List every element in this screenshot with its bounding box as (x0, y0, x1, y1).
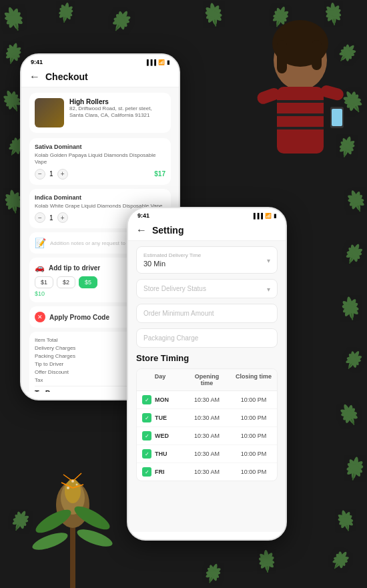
svg-rect-159 (10, 57, 13, 64)
product-item-1: Sativa Dominant Kolab Golden Papaya Liqu… (29, 138, 171, 185)
timing-day-tue: ✓ TUE (137, 409, 184, 426)
svg-point-112 (350, 457, 360, 480)
svg-point-121 (337, 513, 354, 527)
product-price-1: $17 (154, 170, 165, 178)
svg-point-145 (208, 564, 218, 581)
svg-point-158 (7, 47, 20, 59)
svg-point-6 (6, 15, 21, 21)
svg-rect-151 (209, 577, 212, 583)
timing-header-day: Day (137, 369, 184, 390)
svg-point-99 (348, 356, 360, 362)
delivery-status-field[interactable]: Store Delivery Status ▾ (136, 279, 278, 298)
timing-table: Day Opening time Closing time ✓ MON 10:3… (136, 368, 278, 481)
checkbox-tue[interactable]: ✓ (142, 413, 151, 422)
tip-btn-5[interactable]: $5 (79, 276, 97, 288)
settings-back-arrow[interactable]: ← (136, 224, 147, 236)
svg-rect-175 (11, 150, 15, 156)
svg-point-165 (5, 93, 20, 108)
svg-point-81 (350, 244, 359, 263)
person-image (237, 13, 364, 214)
svg-rect-111 (351, 418, 355, 425)
svg-point-123 (339, 515, 352, 526)
settings-signal-icon: ▐▐▐ (252, 213, 263, 219)
svg-rect-183 (14, 206, 17, 214)
settings-time: 9:41 (137, 212, 149, 219)
svg-point-166 (5, 97, 19, 104)
qty-increase-2[interactable]: + (57, 212, 68, 223)
svg-point-2 (5, 15, 22, 21)
settings-battery-icon: ▮ (274, 213, 276, 219)
timing-header-open: Opening time (184, 369, 230, 390)
checkbox-wed[interactable]: ✓ (142, 431, 151, 440)
wifi-icon: 📶 (158, 59, 165, 65)
svg-line-208 (63, 475, 73, 481)
svg-point-93 (342, 301, 359, 314)
store-address: 82, Driftwood Road, st. peter steet, San… (69, 105, 165, 119)
checkout-back-arrow[interactable]: ← (29, 71, 40, 83)
svg-point-29 (205, 7, 222, 21)
cannabis-leaf-15 (330, 505, 363, 541)
open-time-thu: 10:30 AM (184, 447, 230, 461)
svg-point-132 (332, 555, 349, 564)
cannabis-leaf-11 (334, 292, 367, 331)
svg-point-133 (333, 556, 348, 565)
svg-point-134 (335, 553, 346, 566)
svg-point-28 (206, 4, 221, 24)
qty-decrease-2[interactable]: − (35, 212, 45, 223)
settings-status-icons: ▐▐▐ 📶 ▮ (252, 213, 276, 219)
checkbox-thu[interactable]: ✓ (142, 449, 151, 459)
close-time-wed: 10:00 PM (230, 428, 277, 443)
svg-point-152 (9, 42, 19, 63)
svg-point-20 (112, 15, 131, 26)
checkbox-mon[interactable]: ✓ (142, 395, 151, 404)
checkbox-fri[interactable]: ✓ (142, 467, 151, 477)
product-category-1: Sativa Dominant (35, 143, 165, 150)
qty-value-1: 1 (49, 170, 53, 178)
svg-point-141 (258, 555, 275, 566)
svg-rect-15 (63, 17, 65, 23)
qty-decrease-1[interactable]: − (35, 169, 45, 180)
timing-header-close: Closing time (230, 369, 277, 390)
svg-point-19 (115, 17, 129, 24)
min-amount-field[interactable]: Order Minimum Amount (136, 304, 278, 323)
timing-row-wed: ✓ WED 10:30 AM 10:00 PM (137, 427, 277, 445)
svg-point-128 (333, 551, 348, 569)
cannabis-leaf-2 (100, 2, 139, 43)
svg-point-12 (58, 5, 74, 19)
timing-table-header: Day Opening time Closing time (137, 369, 277, 391)
svg-rect-191 (15, 525, 19, 531)
svg-point-113 (348, 458, 362, 478)
promo-text: Apply Promo Code (49, 314, 109, 321)
summary-label-discount: Offer Discount (35, 369, 69, 375)
svg-point-16 (114, 10, 129, 31)
delivery-time-field[interactable]: Estimated Delivery Time 30 Min ▾ (136, 246, 278, 274)
svg-rect-31 (214, 19, 217, 27)
svg-point-105 (340, 408, 359, 420)
battery-icon: ▮ (167, 59, 169, 65)
settings-header: ← Setting (128, 220, 286, 241)
store-thumbnail (35, 98, 64, 127)
svg-point-90 (342, 304, 359, 312)
svg-point-149 (206, 571, 221, 575)
svg-point-125 (338, 514, 353, 527)
svg-point-176 (9, 190, 18, 213)
packaging-charge-field[interactable]: Packaging Charge (136, 328, 278, 348)
day-label-thu: THU (155, 451, 167, 457)
checkout-title: Checkout (45, 71, 88, 82)
qty-increase-1[interactable]: + (57, 169, 68, 180)
svg-point-84 (345, 247, 363, 259)
svg-point-150 (207, 567, 219, 579)
svg-point-89 (341, 299, 360, 316)
timing-day-fri: ✓ FRI (137, 463, 184, 481)
svg-point-83 (348, 250, 361, 256)
svg-point-126 (339, 517, 352, 523)
cannabis-leaf-17 (252, 546, 282, 581)
svg-point-120 (340, 509, 350, 530)
store-timing-title: Store Timing (136, 353, 278, 363)
svg-point-1 (3, 11, 24, 26)
tip-btn-2[interactable]: $2 (57, 276, 75, 288)
svg-point-138 (258, 556, 275, 565)
svg-point-21 (113, 17, 130, 25)
svg-point-26 (205, 10, 222, 19)
tip-btn-1[interactable]: $1 (35, 276, 53, 288)
